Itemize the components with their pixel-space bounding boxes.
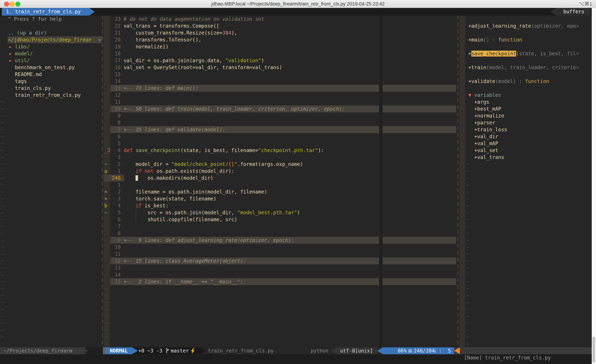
tagbar-item[interactable]: +val_dir — [458, 133, 596, 140]
nerdtree-item[interactable]: tags — [0, 78, 102, 85]
tagbar-item[interactable]: +normalize — [458, 112, 596, 119]
tagbar-item[interactable]: +val_trans — [458, 154, 596, 161]
editor-line[interactable]: 21 custom_transform.Resize(size=384), — [104, 29, 458, 36]
nerdtree-item[interactable]: train_cls.py — [0, 85, 102, 92]
window-separator-right[interactable] — [458, 16, 458, 347]
tagbar-item[interactable]: +parser — [458, 119, 596, 126]
colon-separator: : — [436, 347, 448, 354]
editor-fold-line[interactable]: 9+-- 9 lines: def adjust_learning_rate(o… — [104, 237, 458, 244]
tagbar-item[interactable]: +args — [458, 99, 596, 105]
editor-line[interactable]: 13 — [104, 264, 458, 271]
line-number: 22 — [104, 22, 121, 29]
nerdtree-status-path: ~/Projects/deep_firearm — [0, 347, 85, 354]
editor-line[interactable]: 6 shutil.copyfile(filename, src) — [104, 216, 458, 223]
editor-line[interactable]: 2 model_dir = "model/check_point/{}".for… — [104, 161, 458, 168]
editor-fold-line[interactable]: 7+-- 35 lines: def validate(model): — [104, 126, 458, 133]
editor-line[interactable]: 3 — [104, 154, 458, 161]
tagbar-item[interactable]: +train(model, train_loader, criterio> — [458, 64, 596, 71]
empty-line-tilde: ~ — [467, 264, 469, 271]
editor-line[interactable]: 11 — [104, 251, 458, 257]
statusline-separator-block — [103, 347, 105, 354]
nerdtree-item[interactable]: ▸ model/ — [0, 50, 102, 57]
editor-line[interactable]: 20 transforms.ToTensor(), — [104, 36, 458, 43]
editor-fold-line[interactable]: 10+-- 50 lines: def train(model, train_l… — [104, 105, 458, 112]
git-hunks-and-branch: +8 ~3 -3 master — [138, 347, 195, 354]
scrollbar-track[interactable] — [592, 8, 596, 364]
editor-line[interactable]: 4def save_checkpoint(state, is_best, fil… — [104, 147, 458, 154]
tagbar-item[interactable]: ▼ variables — [458, 92, 596, 99]
nerdtree-item[interactable]: train_retr_from_cls.py — [0, 92, 102, 99]
editor-line[interactable]: 9 — [104, 112, 458, 119]
empty-line-tilde: ~ — [1, 299, 4, 306]
nerdtree-item[interactable]: ▸ libs/ — [0, 43, 102, 50]
empty-line-tilde: ~ — [1, 140, 4, 147]
editor-line[interactable]: 14 — [104, 78, 458, 85]
editor-fold-line[interactable]: 12+-- 15 lines: class AverageMeter(objec… — [104, 257, 458, 264]
git-hunks: +8 ~3 -3 — [138, 347, 162, 354]
line-number: 7 — [104, 126, 121, 133]
nerdtree-item[interactable]: .. (up a dir) — [0, 29, 102, 36]
empty-line-tilde: ~ — [1, 209, 4, 216]
editor-line[interactable]: 8 — [104, 230, 458, 237]
tagbar-item[interactable]: +val_mAP — [458, 140, 596, 147]
line-number: 7 — [104, 223, 121, 230]
scrollbar-thumb[interactable] — [592, 337, 595, 363]
editor-line[interactable]: 8 — [104, 119, 458, 126]
line-number: 14 — [104, 78, 121, 85]
editor-line[interactable]: 7 — [104, 223, 458, 230]
editor-line[interactable]: 17val_dir = os.path.join(args.data, "val… — [104, 57, 458, 64]
line-number: 11 — [104, 99, 121, 105]
tagbar-item[interactable]: +adjust_learning_rate(optimizer, epo> — [458, 22, 596, 29]
editor-line[interactable]: 2 filename = os.path.join(model_dir, fil… — [104, 188, 458, 195]
editor-line[interactable]: 1 if not os.path.exists(model_dir): — [104, 168, 458, 175]
editor-line[interactable]: 1 — [104, 182, 458, 188]
editor-line[interactable]: 15 — [104, 71, 458, 78]
tab-active[interactable]: 1. train_retr_from_cls.py — [2, 8, 89, 16]
line-number: 18 — [104, 50, 121, 57]
editor-line[interactable]: 11 — [104, 99, 458, 105]
empty-line-tilde: ~ — [105, 299, 108, 306]
editor-line[interactable]: 5 src = os.path.join(model_dir, "model_b… — [104, 209, 458, 216]
tagbar-item[interactable]: +main() : function — [458, 36, 596, 43]
lines-icon — [408, 349, 412, 352]
tagbar-item[interactable]: +validate(model) : function — [458, 78, 596, 85]
empty-line-tilde: ~ — [1, 154, 4, 161]
editor-line[interactable]: 6 — [104, 133, 458, 140]
lightning-icon — [190, 348, 195, 354]
terminal-window: jdhao-MBP.local ~/Projects/deep_firearm/… — [0, 0, 596, 364]
editor-line[interactable]: 14 — [104, 271, 458, 278]
editor-fold-line[interactable]: 13+-- 73 lines: def main(): — [104, 85, 458, 92]
editor-line[interactable]: 12 — [104, 92, 458, 99]
nerdtree-item[interactable]: " Press ? for help — [0, 16, 102, 22]
editor-fold-line[interactable]: 15+-- 2 lines: if __name__ == "__main__"… — [104, 278, 458, 285]
nerdtree-item[interactable]: README.md — [0, 71, 102, 78]
window-separator-left[interactable] — [102, 16, 103, 347]
empty-line-tilde: ~ — [105, 334, 108, 340]
tagbar-item[interactable]: +save_checkpoint(state, is_best, fil> — [458, 50, 596, 57]
nerdtree-item[interactable]: benchmark_on_test.py — [0, 64, 102, 71]
editor-line[interactable]: 23# do not do data augmentation on valid… — [104, 16, 458, 22]
statusline-position: 86% 246/284 LN : 5 — [383, 347, 454, 354]
nerdtree-item[interactable]: ▸ util/ — [0, 57, 102, 64]
empty-line-tilde: ~ — [1, 251, 4, 257]
editor-line[interactable]: 246 os.makedirs(model_dir) — [104, 175, 458, 182]
tagbar-item[interactable]: +val_set — [458, 147, 596, 154]
editor-line[interactable]: 3 torch.save(state, filename) — [104, 195, 458, 202]
empty-line-tilde: ~ — [105, 285, 108, 292]
buffers-label: buffers — [557, 8, 591, 16]
editor-line[interactable]: 19 normalize]) — [104, 43, 458, 50]
line-number: 11 — [104, 251, 121, 257]
editor-line[interactable]: 22val_trans = transforms.Compose([ — [104, 22, 458, 29]
editor-line[interactable]: 5 — [104, 140, 458, 147]
editor-line[interactable]: 16val_set = QuerySet(root=val_dir, trans… — [104, 64, 458, 71]
gutter-sign: ~ — [104, 209, 110, 216]
tagbar-item[interactable]: +train_loss — [458, 126, 596, 133]
nerdtree-root-item[interactable]: </jdhao/Projects/deep_firear> — [0, 36, 102, 43]
line-number: 14 — [104, 271, 121, 278]
tagbar-item[interactable]: +best_mAP — [458, 105, 596, 112]
empty-line-tilde: ~ — [1, 306, 4, 313]
editor-line[interactable]: 4 if is_best: — [104, 202, 458, 209]
editor-line[interactable]: 18 — [104, 50, 458, 57]
editor-line[interactable]: 10 — [104, 244, 458, 251]
line-number: 6 — [104, 216, 121, 223]
